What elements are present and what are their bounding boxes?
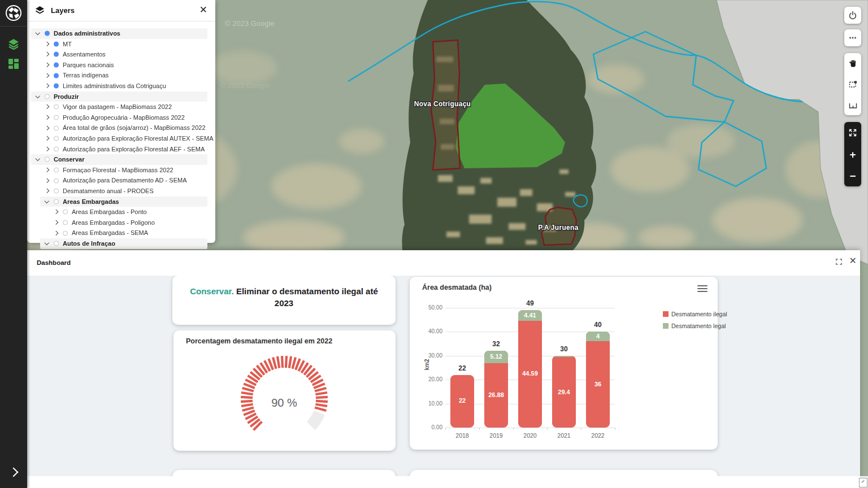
segment-legal-label: 4 bbox=[586, 333, 610, 339]
chevron-right-icon[interactable] bbox=[45, 189, 49, 193]
layer-row[interactable]: Autos de Infraçao bbox=[27, 238, 215, 249]
layer-visibility-toggle[interactable] bbox=[45, 31, 50, 36]
layer-row[interactable]: Conservar bbox=[27, 154, 215, 165]
layer-row[interactable]: Parques nacionais bbox=[27, 60, 215, 71]
layer-row[interactable]: Produzir bbox=[27, 91, 215, 102]
fullscreen-icon[interactable] bbox=[844, 122, 861, 143]
layer-visibility-toggle[interactable] bbox=[54, 146, 59, 151]
chevron-right-icon[interactable] bbox=[45, 178, 49, 183]
layer-visibility-toggle[interactable] bbox=[54, 178, 59, 183]
layers-icon[interactable] bbox=[8, 38, 19, 50]
legend-item[interactable]: Desmatamento legal bbox=[663, 323, 727, 329]
layer-row[interactable]: Areas Embargadas - Ponto bbox=[27, 207, 215, 217]
layer-row[interactable]: Área total de grãos (soja/arroz) - MapBi… bbox=[27, 123, 215, 133]
chevron-right-icon[interactable] bbox=[45, 73, 49, 78]
bar-total-label: 30 bbox=[547, 345, 581, 353]
fullscreen-icon[interactable] bbox=[832, 255, 845, 268]
bar-total-label: 22 bbox=[445, 364, 479, 372]
gauge-tick bbox=[315, 393, 327, 394]
zoom-out-button[interactable]: − bbox=[844, 165, 861, 186]
layer-visibility-toggle[interactable] bbox=[45, 157, 50, 162]
layer-label: Autorização para Exploração Florestal AU… bbox=[63, 133, 214, 144]
chevron-right-icon[interactable] bbox=[45, 42, 49, 46]
layer-row[interactable]: Desmatamento anual - PRODES bbox=[27, 186, 215, 197]
chart-card-title: Área desmatada (ha) bbox=[422, 284, 492, 291]
bar-2021[interactable]: 29.4 bbox=[552, 356, 576, 428]
gauge-tick bbox=[242, 388, 254, 391]
bar-2018[interactable]: 22 bbox=[450, 375, 474, 428]
y-axis-tick: 50.00 bbox=[414, 304, 442, 311]
scrollbar-corner[interactable] bbox=[859, 478, 867, 487]
layer-visibility-toggle[interactable] bbox=[54, 189, 59, 194]
layer-visibility-toggle[interactable] bbox=[54, 84, 59, 89]
chevron-right-icon[interactable] bbox=[54, 220, 58, 225]
layer-row[interactable]: MT bbox=[27, 39, 215, 50]
layer-row[interactable]: Limites administrativos da Cotriguaçu bbox=[27, 81, 215, 91]
layer-visibility-toggle[interactable] bbox=[54, 168, 59, 173]
layer-row[interactable]: Vigor da pastagem - MapBiomass 2022 bbox=[27, 102, 215, 112]
layer-visibility-toggle[interactable] bbox=[54, 63, 59, 68]
layer-row[interactable]: Terras indígenas bbox=[27, 70, 215, 81]
chevron-right-icon[interactable] bbox=[45, 104, 49, 109]
chevron-right-icon[interactable] bbox=[54, 210, 58, 214]
layer-row[interactable]: Produção Agropecuária - MapBiomass 2022 bbox=[27, 112, 215, 123]
chevron-right-icon[interactable] bbox=[45, 52, 49, 56]
layer-visibility-toggle[interactable] bbox=[63, 230, 68, 236]
gauge-tick bbox=[282, 356, 283, 368]
layer-row[interactable]: Formaçao Florestal - MapBiomass 2022 bbox=[27, 165, 215, 176]
layer-visibility-toggle[interactable] bbox=[45, 94, 50, 99]
segment-legal-label: 5.12 bbox=[484, 353, 508, 360]
layer-row[interactable]: Dados administrativos bbox=[27, 28, 215, 39]
select-area-icon[interactable] bbox=[844, 74, 861, 95]
bar-2022[interactable]: 436 bbox=[586, 332, 610, 428]
bar-2019[interactable]: 5.1226.88 bbox=[484, 351, 508, 428]
bar-2020[interactable]: 4.4144.59 bbox=[518, 310, 542, 428]
gauge-chart[interactable]: 90 % bbox=[173, 330, 396, 451]
y-axis-tick: 10.00 bbox=[414, 400, 442, 407]
layer-visibility-toggle[interactable] bbox=[54, 125, 59, 130]
layer-visibility-toggle[interactable] bbox=[54, 41, 59, 46]
chevron-right-icon[interactable] bbox=[45, 115, 49, 120]
goal-card: Conservar. Eliminar o desmatamento ilega… bbox=[172, 276, 396, 325]
layer-row[interactable]: Autorização para Exploração Florestal AE… bbox=[27, 144, 215, 155]
chevron-right-icon[interactable] bbox=[45, 168, 49, 172]
measure-icon[interactable] bbox=[844, 95, 861, 115]
layer-visibility-toggle[interactable] bbox=[63, 220, 68, 225]
layer-row[interactable]: Assentamentos bbox=[27, 49, 215, 60]
layer-label: Vigor da pastagem - MapBiomass 2022 bbox=[63, 102, 172, 112]
layer-row[interactable]: Areas Embargadas - SEMA bbox=[27, 228, 215, 238]
layer-visibility-toggle[interactable] bbox=[54, 73, 59, 78]
chevron-right-icon[interactable] bbox=[45, 126, 49, 130]
dashboard-icon[interactable] bbox=[8, 58, 19, 69]
layer-visibility-toggle[interactable] bbox=[54, 241, 59, 246]
pan-hand-icon[interactable] bbox=[844, 53, 861, 74]
chevron-right-icon[interactable] bbox=[45, 84, 49, 88]
layer-row[interactable]: Areas Embargadas - Poligono bbox=[27, 217, 215, 228]
layer-visibility-toggle[interactable] bbox=[54, 199, 59, 204]
layer-visibility-toggle[interactable] bbox=[54, 104, 59, 110]
map-power-button[interactable] bbox=[844, 7, 861, 24]
partial-card-right bbox=[410, 470, 718, 476]
chart-menu-icon[interactable] bbox=[697, 284, 708, 291]
gauge-tick bbox=[242, 407, 254, 410]
layer-visibility-toggle[interactable] bbox=[63, 210, 68, 215]
layer-visibility-toggle[interactable] bbox=[54, 115, 59, 120]
layer-visibility-toggle[interactable] bbox=[54, 52, 59, 57]
gauge-tick bbox=[277, 356, 279, 368]
chevron-right-icon[interactable] bbox=[45, 63, 49, 67]
chevron-right-icon[interactable] bbox=[54, 231, 58, 236]
layer-row[interactable]: Autorização para Desmatamento AD - SEMA bbox=[27, 175, 215, 186]
chevron-right-icon[interactable] bbox=[45, 136, 49, 141]
chevron-right-icon[interactable] bbox=[45, 147, 49, 151]
legend-item[interactable]: Desmatamento ilegal bbox=[663, 311, 727, 317]
layer-row[interactable]: Autorização para Exploração Florestal AU… bbox=[27, 133, 215, 144]
sidebar-divider bbox=[0, 26, 27, 27]
layer-visibility-toggle[interactable] bbox=[54, 136, 59, 141]
layer-row[interactable]: Areas Embargadas bbox=[27, 197, 215, 207]
app-logo[interactable] bbox=[5, 4, 23, 24]
expand-chevron-icon[interactable] bbox=[9, 468, 19, 477]
zoom-in-button[interactable]: + bbox=[844, 143, 861, 165]
close-icon[interactable]: ✕ bbox=[197, 3, 210, 17]
map-more-button[interactable] bbox=[844, 29, 861, 46]
close-icon[interactable]: ✕ bbox=[846, 254, 860, 267]
